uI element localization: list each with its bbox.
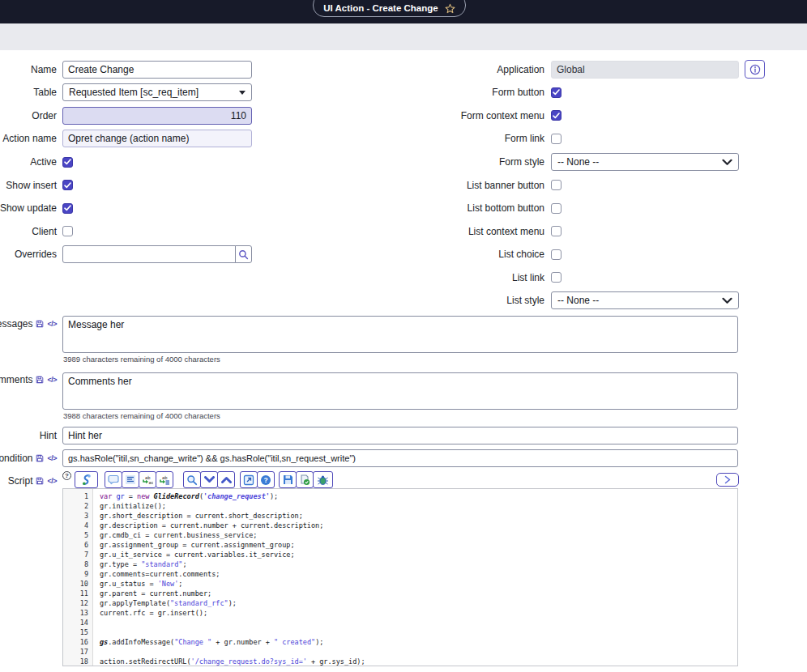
form-context-menu-checkbox[interactable] [551,110,561,121]
action-name-label: Action name [0,130,57,147]
script-code-editor[interactable]: 123456789101112131415161718 var gr = new… [62,488,738,666]
chevron-down-icon [204,476,215,483]
search-icon [186,474,198,486]
code-editor-icon[interactable]: </> [47,371,57,389]
script-label: Script [8,472,33,490]
help-icon: ? [260,474,271,486]
checkmark-icon [64,182,71,189]
translate-icon[interactable] [36,320,44,328]
translate-icon[interactable] [36,454,44,462]
hint-input[interactable]: Hint her [62,427,738,444]
list-bottom-button-checkbox[interactable] [551,203,561,214]
replace-icon: abac [142,474,153,486]
list-context-menu-checkbox[interactable] [551,226,561,236]
form-link-label: Form link [204,130,544,147]
list-link-label: List link [204,269,544,287]
form-button-label: Form button [204,83,544,101]
application-info-button[interactable] [745,60,765,79]
messages-label-row: Messages </> [0,315,57,333]
table-select-value: Requested Item [sc_req_item] [69,87,199,98]
hint-label: Hint [0,427,57,444]
list-style-label: List style [204,291,544,309]
chevron-up-icon [221,476,232,483]
code-editor-icon[interactable]: </> [47,472,57,490]
comment-toggle-icon [108,474,119,485]
line-number-gutter: 123456789101112131415161718 [63,489,93,666]
condition-label-row: Condition </> [0,449,57,467]
active-checkbox[interactable] [62,157,73,168]
messages-textarea[interactable]: Message her [62,316,738,353]
list-link-checkbox[interactable] [551,272,561,283]
messages-char-counter: 3989 characters remaining of 4000 charac… [63,355,220,364]
comments-textarea[interactable]: Comments her [62,372,738,410]
order-label: Order [0,107,57,125]
active-label: Active [0,153,57,171]
form-style-select[interactable]: -- None -- [551,153,739,171]
form-button-checkbox[interactable] [551,87,561,98]
client-checkbox[interactable] [62,226,73,236]
list-choice-label: List choice [204,245,544,263]
client-label: Client [0,223,57,240]
name-label: Name [0,61,57,79]
condition-input[interactable]: gs.hasRole("itil,sn_change_write") && gs… [62,449,738,467]
form-style-select-value: -- None -- [557,156,599,168]
replace-all-button[interactable]: ab [156,471,173,488]
application-input: Global [551,61,739,79]
save-button[interactable] [279,471,297,488]
svg-text:ab: ab [162,474,168,479]
toggle-comment-button[interactable] [105,471,122,488]
comments-label: Comments [0,371,32,389]
chevron-right-icon [724,475,731,484]
show-insert-checkbox[interactable] [62,180,73,190]
list-style-select[interactable]: -- None -- [551,291,739,309]
check-syntax-icon [299,474,310,486]
check-syntax-button[interactable] [296,471,314,488]
messages-label: Messages [0,315,32,333]
info-icon [749,64,761,75]
chevron-down-icon [722,159,732,166]
list-choice-checkbox[interactable] [551,249,561,260]
script-code-lines: var gr = new GlideRecord('change_request… [94,491,737,666]
save-icon [283,474,293,485]
debug-icon [317,474,329,486]
list-banner-button-checkbox[interactable] [551,180,561,190]
svg-text:?: ? [263,476,267,484]
application-label: Application [204,61,544,79]
comments-char-counter: 3988 characters remaining of 4000 charac… [63,411,220,420]
translate-icon[interactable] [36,477,44,485]
form-link-checkbox[interactable] [551,134,561,144]
replace-button[interactable]: abac [139,471,156,488]
checkmark-icon [64,159,71,165]
find-next-button[interactable] [200,471,218,488]
code-editor-icon[interactable]: </> [47,449,57,467]
checkmark-icon [553,89,560,96]
translate-icon[interactable] [36,376,44,384]
checkmark-icon [553,113,560,119]
format-code-button[interactable] [122,471,139,488]
expand-panel-button[interactable] [716,473,739,487]
chevron-down-icon [722,297,732,304]
open-new-window-icon [243,474,254,486]
help-outline-icon[interactable]: ? [62,471,71,480]
help-button[interactable]: ? [257,471,275,488]
search-button[interactable] [183,471,201,488]
find-previous-button[interactable] [217,471,235,488]
show-update-checkbox[interactable] [62,203,73,214]
table-label: Table [0,83,57,101]
form-context-menu-label: Form context menu [204,107,544,125]
debug-button[interactable] [313,471,333,488]
code-editor-icon[interactable]: </> [47,315,57,333]
form-style-label: Form style [204,153,544,171]
list-bottom-button-label: List bottom button [204,199,544,217]
syntax-editor-toggle-button[interactable] [75,471,98,488]
checkmark-icon [64,205,71,211]
header-bar: UI Action - Create Change [0,0,807,23]
star-icon[interactable] [445,3,455,14]
list-style-select-value: -- None -- [557,295,599,306]
form-toolbar-strip [0,23,807,50]
show-insert-label: Show insert [0,177,57,194]
open-new-window-button[interactable] [240,471,258,488]
syntax-editor-toggle-icon [80,474,92,486]
record-tab[interactable]: UI Action - Create Change [313,0,466,17]
replace-all-icon: ab [159,474,170,486]
